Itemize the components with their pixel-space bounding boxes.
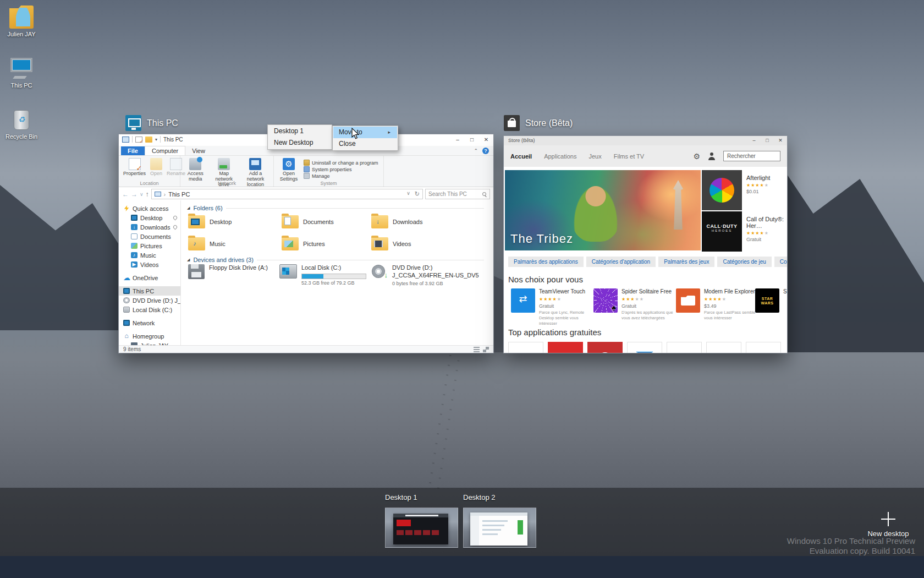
folder-item-videos[interactable]: Videos bbox=[371, 235, 458, 253]
folders-group-header[interactable]: ◢ Folders (6) bbox=[187, 205, 484, 211]
file-explorer-window[interactable]: ▾ This PC – □ ✕ File Computer View ⌃ ? P… bbox=[118, 134, 494, 353]
recycle-bin-icon bbox=[9, 108, 34, 131]
quick-access-toolbar[interactable]: ▾ This PC bbox=[122, 136, 183, 143]
menu-item-move-to[interactable]: Move to▸ bbox=[333, 127, 397, 138]
close-button[interactable]: ✕ bbox=[479, 134, 493, 145]
sidebar-item-dvd-drive-d-j-ccs[interactable]: DVD Drive (D:) J_CCS bbox=[119, 296, 180, 305]
gear-icon[interactable]: ⚙ bbox=[693, 152, 700, 161]
folder-item-music[interactable]: ♪Music bbox=[188, 235, 275, 253]
menu-item-new-desktop[interactable]: New Desktop bbox=[268, 137, 331, 149]
amazon-icon[interactable]: amazon bbox=[746, 342, 781, 353]
store-window[interactable]: Store (Bêta) – □ ✕ AccueilApplicationsJe… bbox=[503, 135, 788, 353]
close-button[interactable]: ✕ bbox=[774, 136, 787, 145]
netflix-icon[interactable]: NETFLIX bbox=[508, 342, 543, 353]
store-card-teamviewer-touch[interactable]: TeamViewer Touch★★★★★GratuitParce que Ly… bbox=[511, 288, 593, 326]
large-icons-view-icon[interactable] bbox=[483, 347, 489, 352]
tab-computer[interactable]: Computer bbox=[145, 146, 185, 155]
store-category-link[interactable]: Palmarès des applications bbox=[508, 257, 584, 267]
tab-file[interactable]: File bbox=[121, 146, 145, 155]
store-card-st[interactable]: STAR WARSSt bbox=[755, 288, 788, 313]
sidebar-item-homegroup[interactable]: ⌂Homegroup bbox=[119, 331, 180, 341]
sidebar-item-downloads[interactable]: ↓Downloads bbox=[119, 222, 180, 232]
properties-icon[interactable] bbox=[135, 137, 142, 143]
minimize-button[interactable]: – bbox=[747, 136, 761, 145]
play-circle-icon[interactable] bbox=[587, 342, 623, 353]
sidebar-item-julien-jay[interactable]: Julien JAY bbox=[119, 341, 180, 345]
new-folder-icon[interactable] bbox=[145, 137, 152, 143]
store-nav-jeux[interactable]: Jeux bbox=[588, 153, 601, 160]
store-search-input[interactable]: Rechercher bbox=[723, 151, 780, 161]
up-icon[interactable]: ↑ bbox=[146, 190, 149, 198]
properties-button[interactable]: Properties bbox=[123, 158, 146, 177]
folder-item-downloads[interactable]: ↓Downloads bbox=[371, 212, 458, 231]
sidebar-item-this-pc[interactable]: This PC bbox=[119, 286, 180, 296]
store-category-link[interactable]: Palmarès des jeux bbox=[658, 257, 714, 267]
sidebar-item-onedrive[interactable]: ☁OneDrive bbox=[119, 273, 180, 282]
desktop-icon-recycle-bin[interactable]: Recycle Bin bbox=[0, 108, 43, 140]
manage-button[interactable]: Manage bbox=[304, 173, 378, 179]
store-nav-films-et-tv[interactable]: Films et TV bbox=[614, 153, 644, 160]
sidebar-item-quick-access[interactable]: Quick access bbox=[119, 204, 180, 213]
tab-view[interactable]: View bbox=[185, 146, 212, 155]
access-media-button[interactable]: Access media bbox=[185, 158, 206, 182]
play-button-icon[interactable] bbox=[548, 342, 583, 353]
breadcrumb[interactable]: › This PC ∨ ↻ bbox=[151, 189, 423, 199]
explorer-search-input[interactable]: Search This PC bbox=[425, 189, 490, 199]
store-nav-applications[interactable]: Applications bbox=[544, 153, 576, 160]
featured-app-info: Call of Duty®: Her…★★★★★Gratuit bbox=[742, 211, 788, 252]
adobe-reader-icon[interactable]: A bbox=[667, 342, 702, 353]
sidebar-item-videos[interactable]: ▶Videos bbox=[119, 260, 180, 269]
refresh-icon[interactable]: ↻ bbox=[415, 190, 420, 198]
sidebar-item-desktop[interactable]: Desktop bbox=[119, 213, 180, 222]
back-icon[interactable]: ← bbox=[122, 190, 129, 198]
address-dropdown-icon[interactable]: ∨ bbox=[406, 190, 410, 198]
menu-item-close[interactable]: Close bbox=[333, 138, 397, 150]
sidebar-item-pictures[interactable]: Pictures bbox=[119, 241, 180, 250]
store-card-spider-solitaire-free[interactable]: Spider Solitaire Free★★★★★GratuitD'après… bbox=[593, 288, 676, 321]
qat-dropdown-icon[interactable]: ▾ bbox=[155, 137, 157, 142]
ribbon-collapse-icon[interactable]: ⌃ bbox=[474, 148, 478, 154]
system-properties-button[interactable]: System properties bbox=[304, 166, 378, 172]
new-desktop-button[interactable]: New desktop bbox=[858, 512, 919, 538]
desktop-thumbnail-2[interactable] bbox=[463, 508, 536, 548]
hero-banner[interactable]: The Tribez bbox=[505, 170, 701, 250]
sidebar-item-network[interactable]: Network bbox=[119, 318, 180, 328]
desktop-thumbnail-1[interactable] bbox=[385, 508, 458, 548]
maximize-button[interactable]: □ bbox=[761, 136, 774, 145]
minimize-button[interactable]: – bbox=[450, 134, 465, 145]
desktop-icon-julien-jay[interactable]: Julien JAY bbox=[0, 6, 43, 37]
featured-app-afterlight[interactable]: Afterlight★★★★★$0.01 bbox=[702, 170, 788, 210]
drives-group-header[interactable]: ◢ Devices and drives (3) bbox=[187, 257, 484, 263]
desktop-icon-this-pc[interactable]: This PC bbox=[0, 57, 43, 89]
open-button[interactable]: Open bbox=[150, 158, 162, 177]
open-settings-button[interactable]: ⚙ Open Settings bbox=[278, 158, 299, 182]
button-label: Properties bbox=[123, 171, 146, 177]
details-view-icon[interactable] bbox=[474, 347, 480, 352]
store-card-modern-file-explorer[interactable]: Modern File Explorer★★★★★$3.49Parce que … bbox=[676, 288, 758, 321]
store-category-link[interactable]: Catégories d'application bbox=[586, 257, 656, 267]
photoshop-express-icon[interactable]: Ps bbox=[627, 342, 662, 353]
store-category-link[interactable]: Catégories de jeu bbox=[717, 257, 771, 267]
butterfly-icon[interactable] bbox=[706, 342, 741, 353]
recent-locations-icon[interactable]: ∨ bbox=[140, 192, 144, 197]
help-icon[interactable]: ? bbox=[482, 148, 489, 154]
featured-app-call-of-duty[interactable]: CALL·DUTYHEROESCall of Duty®: Her…★★★★★G… bbox=[702, 211, 788, 252]
folder-item-desktop[interactable]: Desktop bbox=[188, 212, 275, 231]
forward-icon[interactable]: → bbox=[131, 190, 138, 198]
uninstall-program-button[interactable]: Uninstall or change a program bbox=[304, 160, 378, 166]
maximize-button[interactable]: □ bbox=[465, 134, 479, 145]
store-nav-accueil[interactable]: Accueil bbox=[510, 153, 532, 160]
computer-icon bbox=[122, 137, 129, 143]
store-category-link[interactable]: Collections bbox=[774, 257, 788, 267]
drive-item-local-disk-c-[interactable]: Local Disk (C:)52.3 GB free of 79.2 GB bbox=[279, 264, 366, 286]
folder-item-documents[interactable]: Documents bbox=[282, 212, 369, 231]
drive-item-floppy-disk-drive-a-[interactable]: Floppy Disk Drive (A:) bbox=[188, 264, 268, 279]
drive-item-dvd-drive-d-[interactable]: DVD Drive (D:)J_CCSA_X64FRE_EN-US_DV50 b… bbox=[371, 264, 479, 287]
folder-item-pictures[interactable]: Pictures bbox=[282, 235, 369, 253]
account-icon[interactable] bbox=[708, 152, 716, 160]
sidebar-item-documents[interactable]: Documents bbox=[119, 232, 180, 241]
breadcrumb-location[interactable]: This PC bbox=[168, 191, 190, 198]
sidebar-item-local-disk-c-[interactable]: Local Disk (C:) bbox=[119, 305, 180, 314]
sidebar-item-music[interactable]: ♪Music bbox=[119, 250, 180, 260]
menu-item-desktop-1[interactable]: Desktop 1 bbox=[268, 126, 331, 137]
